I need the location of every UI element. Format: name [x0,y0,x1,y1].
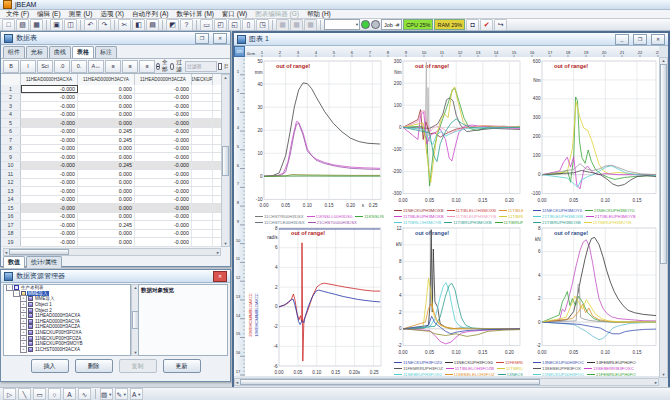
tibia-moment-passenger[interactable]: 6004003002001000-100Nm0.000.050.100.15ou… [523,57,659,224]
插入-button[interactable]: 插入 [31,359,69,373]
layout-blank-icon[interactable]: ▯ [242,19,255,31]
align-center-icon[interactable]: ≡ [122,60,138,73]
column-header-0[interactable]: 11HEAD0000H3ACXA [21,74,78,85]
table-cell[interactable] [192,136,213,144]
data-table-titlebar[interactable]: 数据表 ❐ ✕ [1,32,230,45]
row-header[interactable]: 8 [1,145,21,153]
menu-item-0[interactable]: 文件 (F) [2,10,33,19]
table-cell[interactable]: -0.000 [135,85,192,93]
open-folder-icon[interactable]: ▨ [16,19,29,31]
menu-item-7[interactable]: 图表编辑器 (G) [251,10,303,19]
menu-item-5[interactable]: 数学计算 (M) [172,10,218,19]
table-cell[interactable]: 0.000 [78,119,135,127]
table-cell[interactable] [192,196,213,204]
row-header[interactable]: 11 [1,170,21,178]
table-cell[interactable]: 0.000 [78,238,135,246]
title-bar[interactable]: jBEAM [0,0,670,10]
table-cell[interactable]: -0.000 [21,111,78,119]
row-header[interactable]: 16 [1,213,21,221]
table-cell[interactable]: 0.000 [78,145,135,153]
table-cell[interactable]: 0.000 [78,196,135,204]
row-header[interactable]: 4 [1,111,21,119]
filter-input[interactable] [185,61,217,72]
tab-组件[interactable]: 组件 [3,46,25,58]
align-right-icon[interactable]: ≡ [139,60,155,73]
table-cell[interactable] [192,179,213,187]
new-chart-icon[interactable]: ▭ [200,19,213,31]
table-cell[interactable]: -0.000 [21,230,78,238]
chart-canvas[interactable]: 50403020100-10mm0.000.050.100.150.20s0.2… [245,57,659,376]
table-cell[interactable]: -0.000 [21,119,78,127]
table-cell[interactable]: -0.000 [21,204,78,212]
row-header[interactable]: 17 [1,221,21,229]
new-file-icon[interactable]: □ [2,19,15,31]
layout-vertical-icon[interactable]: ◰ [214,19,227,31]
select-tool-icon[interactable]: ▷ [3,388,16,400]
table-cell[interactable]: -0.000 [135,238,192,246]
auto-width-icon[interactable]: A↔ [88,60,104,73]
tibia-moment-passenger-plot[interactable]: 6004003002001000-100Nm0.000.050.100.15ou… [523,57,659,204]
table-cell[interactable]: -0.000 [135,145,192,153]
table-cell[interactable]: -0.000 [135,170,192,178]
chest-knee-displacement-plot[interactable]: 50403020100-10mm0.000.050.100.150.20s0.2… [245,57,384,209]
job-spinner[interactable]: Job -# [381,19,402,30]
table-cell[interactable]: 0.000 [78,85,135,93]
table-cell[interactable] [192,162,213,170]
更新-button[interactable]: 更新 [163,359,201,373]
polyline-tool-icon[interactable]: ∿ [78,388,91,400]
row-header[interactable]: 19 [1,238,21,246]
table-cell[interactable]: 0.245 [78,128,135,136]
table-cell[interactable] [192,230,213,238]
save-icon[interactable]: ▦ [30,19,43,31]
column-header-3[interactable]: 11NECKUP0 [192,74,213,85]
table-cell[interactable]: -0.000 [135,213,192,221]
bold-icon[interactable]: B [3,60,19,73]
table-horizontal-scrollbar[interactable]: ◄ ► [3,248,221,256]
copy-icon[interactable]: ◧ [132,19,145,31]
grid-view3-icon[interactable]: ▦ [304,19,317,31]
row-header[interactable]: 2 [1,94,21,102]
layout-horizontal-icon[interactable]: ◱ [228,19,241,31]
undo-icon[interactable]: ↶ [84,19,97,31]
decimal-remove-icon[interactable]: 0. [71,60,87,73]
tibia-moment-driver-plot[interactable]: 3002001000-100-200-300Nm0.000.050.100.15… [384,57,523,204]
table-cell[interactable]: -0.000 [21,102,78,110]
chest-knee-displacement[interactable]: 50403020100-10mm0.000.050.100.150.20s0.2… [245,57,384,224]
tab-标注[interactable]: 标注 [95,46,117,58]
table-cell[interactable] [192,85,213,93]
row-header[interactable]: 10 [1,162,21,170]
vehicle-angular-velocity[interactable]: 86420-2-4-6rad/s0.000.050.100.150.20s0.2… [245,224,384,376]
table-cell[interactable] [192,170,213,178]
align-left-icon[interactable]: ≡ [105,60,121,73]
table-cell[interactable]: 0.000 [78,213,135,221]
cut-icon[interactable]: ✂ [118,19,131,31]
scroll-thumb[interactable] [660,64,667,264]
ellipse-tool-icon[interactable]: ○ [48,388,61,400]
sci-notation-icon[interactable]: Sci [37,60,53,73]
row-header[interactable]: 5 [1,119,21,127]
table-cell[interactable]: -0.000 [21,128,78,136]
scroll-thumb[interactable] [9,249,69,255]
删除-button[interactable]: 删除 [75,359,113,373]
layout-copy-icon[interactable]: ◳ [256,19,269,31]
tab-光标[interactable]: 光标 [26,46,48,58]
tree-item[interactable]: +11CHST0000H3ACXA [4,347,130,353]
driver-forces-plot[interactable]: 1286420-2kN0.000.050.100.150.20out of ra… [384,224,523,356]
table-cell[interactable]: -0.000 [21,238,78,246]
radio-filter[interactable] [170,63,174,70]
row-header[interactable]: 14 [1,196,21,204]
table-cell[interactable]: -0.000 [135,162,192,170]
row-header[interactable]: 6 [1,128,21,136]
menu-item-4[interactable]: 自动序列 (A) [128,10,172,19]
radio-all[interactable] [156,63,160,70]
table-cell[interactable] [192,204,213,212]
table-cell[interactable]: -0.000 [21,153,78,161]
row-header[interactable]: 3 [1,102,21,110]
close-button[interactable]: ✕ [651,34,665,45]
scroll-down-icon[interactable]: ▼ [224,241,228,246]
paste-icon[interactable]: ▤ [146,19,159,31]
table-cell[interactable]: -0.000 [135,128,192,136]
table-cell[interactable] [192,128,213,136]
template-combo[interactable]: ▼ [324,19,360,30]
table-cell[interactable]: 0.000 [78,153,135,161]
